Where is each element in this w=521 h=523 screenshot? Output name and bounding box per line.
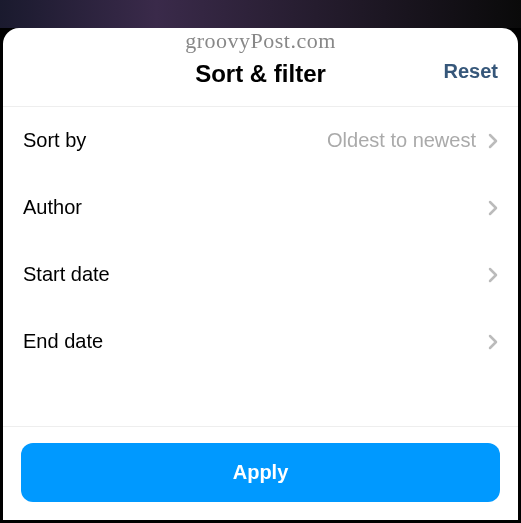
sort-by-right: Oldest to newest <box>327 129 498 152</box>
chevron-right-icon <box>488 200 498 216</box>
chevron-right-icon <box>488 133 498 149</box>
start-date-label: Start date <box>23 263 110 286</box>
start-date-row[interactable]: Start date <box>3 241 518 308</box>
end-date-right <box>488 334 498 350</box>
sheet-header: Sort & filter Reset <box>3 28 518 107</box>
start-date-right <box>488 267 498 283</box>
options-list: Sort by Oldest to newest Author Start da… <box>3 107 518 426</box>
sort-by-value: Oldest to newest <box>327 129 476 152</box>
reset-button[interactable]: Reset <box>444 60 498 83</box>
sort-by-label: Sort by <box>23 129 86 152</box>
author-right <box>488 200 498 216</box>
sort-by-row[interactable]: Sort by Oldest to newest <box>3 107 518 174</box>
end-date-label: End date <box>23 330 103 353</box>
end-date-row[interactable]: End date <box>3 308 518 375</box>
backdrop <box>0 0 521 28</box>
apply-button[interactable]: Apply <box>21 443 500 502</box>
sort-filter-sheet: Sort & filter Reset Sort by Oldest to ne… <box>3 28 518 520</box>
author-label: Author <box>23 196 82 219</box>
sheet-footer: Apply <box>3 426 518 520</box>
sheet-title: Sort & filter <box>195 60 326 88</box>
author-row[interactable]: Author <box>3 174 518 241</box>
chevron-right-icon <box>488 334 498 350</box>
chevron-right-icon <box>488 267 498 283</box>
